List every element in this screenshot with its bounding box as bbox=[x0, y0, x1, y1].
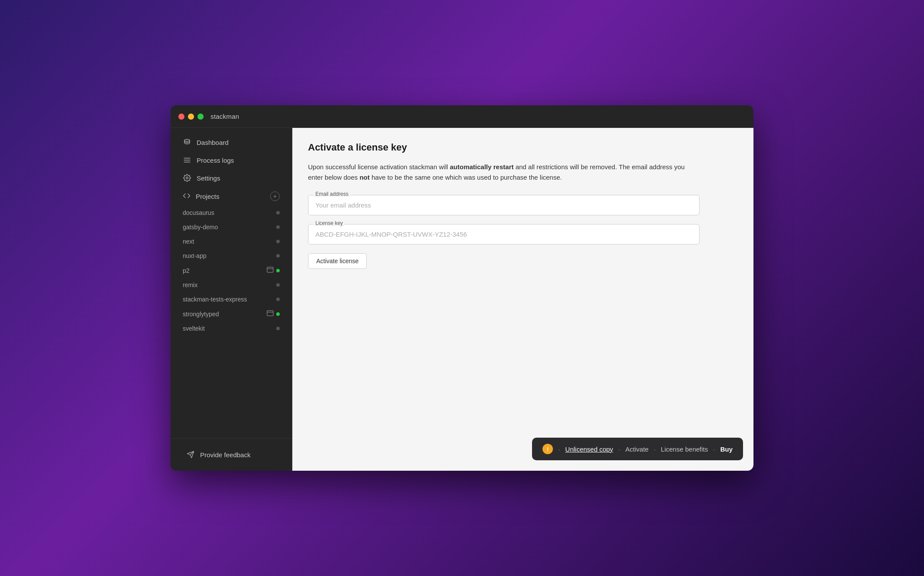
description-bold2: not bbox=[359, 174, 369, 181]
app-window: stackman Dashboard bbox=[171, 105, 753, 471]
project-name: stronglytyped bbox=[183, 311, 267, 318]
sidebar-item-dashboard[interactable]: Dashboard bbox=[174, 134, 288, 151]
content-area: Activate a license key Upon successful l… bbox=[292, 128, 753, 471]
project-item-remix[interactable]: remix bbox=[174, 278, 288, 292]
description-part1: Upon successful license activation stack… bbox=[308, 163, 450, 171]
project-name: docusaurus bbox=[183, 209, 276, 216]
project-name: next bbox=[183, 238, 276, 245]
project-icons bbox=[276, 240, 280, 243]
project-icons bbox=[276, 283, 280, 287]
project-icons bbox=[276, 211, 280, 214]
project-item-sveltekit[interactable]: sveltekit bbox=[174, 321, 288, 335]
project-item-stackman-tests[interactable]: stackman-tests-express bbox=[174, 292, 288, 306]
project-item-nuxt[interactable]: nuxt-app bbox=[174, 249, 288, 263]
maximize-button[interactable] bbox=[198, 114, 204, 120]
close-button[interactable] bbox=[178, 114, 184, 120]
project-item-next[interactable]: next bbox=[174, 234, 288, 248]
sidebar-item-process-logs-label: Process logs bbox=[197, 157, 234, 164]
svg-point-4 bbox=[186, 177, 188, 179]
window-icon-p2 bbox=[267, 267, 274, 274]
sidebar-projects-header[interactable]: Projects + bbox=[174, 187, 288, 205]
description: Upon successful license activation stack… bbox=[308, 162, 700, 183]
project-item-gatsby[interactable]: gatsby-demo bbox=[174, 220, 288, 234]
status-dot-gatsby bbox=[276, 225, 280, 229]
project-icons bbox=[276, 254, 280, 258]
separator-3: · bbox=[654, 445, 656, 453]
project-item-p2[interactable]: p2 bbox=[174, 263, 288, 278]
status-dot-sveltekit bbox=[276, 327, 280, 330]
provide-feedback-button[interactable]: Provide feedback bbox=[177, 446, 285, 463]
project-icons bbox=[276, 225, 280, 229]
status-dot-nuxt bbox=[276, 254, 280, 258]
menu-icon bbox=[183, 156, 191, 164]
buy-link[interactable]: Buy bbox=[720, 445, 733, 453]
traffic-lights bbox=[178, 114, 204, 120]
project-name: nuxt-app bbox=[183, 252, 276, 259]
project-name: p2 bbox=[183, 267, 267, 274]
main-layout: Dashboard Process logs bbox=[171, 128, 753, 471]
project-name: sveltekit bbox=[183, 325, 276, 332]
status-dot-stackman bbox=[276, 298, 280, 301]
projects-label: Projects bbox=[196, 193, 219, 200]
sidebar-item-dashboard-label: Dashboard bbox=[197, 139, 228, 146]
separator-4: · bbox=[713, 445, 715, 453]
project-name: gatsby-demo bbox=[183, 224, 276, 231]
window-icon-stronglytyped bbox=[267, 310, 274, 318]
project-icons bbox=[276, 298, 280, 301]
sidebar-item-settings-label: Settings bbox=[197, 174, 220, 182]
sidebar: Dashboard Process logs bbox=[171, 128, 292, 471]
status-dot-remix bbox=[276, 283, 280, 287]
project-name: remix bbox=[183, 281, 276, 288]
status-dot-stronglytyped bbox=[276, 312, 280, 316]
app-title: stackman bbox=[211, 113, 239, 120]
email-input-wrapper: Email address bbox=[308, 195, 700, 215]
status-dot-next bbox=[276, 240, 280, 243]
sidebar-nav: Dashboard Process logs bbox=[171, 128, 292, 341]
minimize-button[interactable] bbox=[188, 114, 194, 120]
sidebar-footer: Provide feedback bbox=[171, 438, 292, 471]
svg-rect-7 bbox=[267, 311, 273, 316]
license-label: License key bbox=[314, 220, 345, 226]
email-label: Email address bbox=[314, 191, 350, 197]
activate-link[interactable]: Activate bbox=[626, 445, 649, 453]
project-icons bbox=[267, 310, 280, 318]
settings-icon bbox=[183, 174, 191, 182]
svg-point-0 bbox=[184, 139, 190, 141]
email-input[interactable] bbox=[308, 195, 699, 215]
activate-license-button[interactable]: Activate license bbox=[308, 253, 367, 269]
description-bold: automatically restart bbox=[450, 163, 514, 171]
project-icons bbox=[276, 327, 280, 330]
status-dot-docusaurus bbox=[276, 211, 280, 214]
description-part3: have to be the same one which was used t… bbox=[370, 174, 562, 181]
database-icon bbox=[183, 138, 191, 147]
status-dot-p2 bbox=[276, 269, 280, 272]
license-form-group: License key bbox=[308, 224, 700, 244]
project-list: docusaurus gatsby-demo next bbox=[171, 206, 292, 335]
project-item-docusaurus[interactable]: docusaurus bbox=[174, 206, 288, 220]
project-name: stackman-tests-express bbox=[183, 296, 276, 303]
warning-icon: ! bbox=[542, 444, 553, 454]
code-icon bbox=[183, 192, 191, 201]
content-inner: Activate a license key Upon successful l… bbox=[292, 128, 753, 471]
status-bar: ! · Unlicensed copy · Activate · License… bbox=[532, 438, 743, 460]
unlicensed-copy-link[interactable]: Unlicensed copy bbox=[565, 445, 613, 453]
sidebar-item-settings[interactable]: Settings bbox=[174, 169, 288, 187]
email-form-group: Email address bbox=[308, 195, 700, 215]
svg-rect-5 bbox=[267, 267, 273, 272]
provide-feedback-label: Provide feedback bbox=[200, 451, 251, 459]
sidebar-item-process-logs[interactable]: Process logs bbox=[174, 151, 288, 169]
license-input[interactable] bbox=[308, 224, 699, 244]
title-bar: stackman bbox=[171, 105, 753, 128]
add-project-button[interactable]: + bbox=[270, 191, 280, 201]
feedback-icon bbox=[186, 450, 195, 459]
page-title: Activate a license key bbox=[308, 142, 738, 153]
project-item-stronglytyped[interactable]: stronglytyped bbox=[174, 307, 288, 321]
separator-2: · bbox=[618, 445, 620, 453]
projects-header-left: Projects bbox=[183, 192, 265, 201]
separator-1: · bbox=[558, 445, 560, 453]
project-icons bbox=[267, 267, 280, 274]
license-benefits-link[interactable]: License benefits bbox=[661, 445, 708, 453]
license-input-wrapper: License key bbox=[308, 224, 700, 244]
